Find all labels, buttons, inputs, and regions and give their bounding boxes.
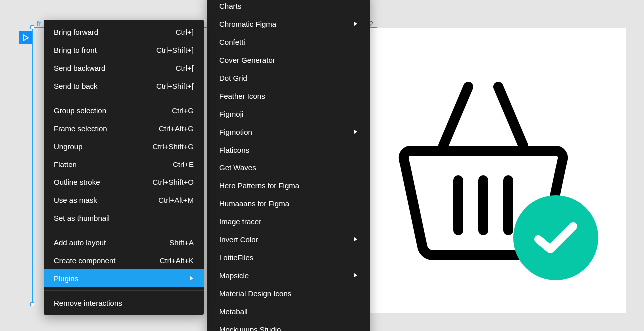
menu-item-create-component[interactable]: Create componentCtrl+Alt+K <box>44 251 204 269</box>
context-menu: Bring forwardCtrl+]Bring to frontCtrl+Sh… <box>44 20 204 315</box>
selection-handle-tl[interactable] <box>30 25 34 29</box>
plugin-item-label: Humaaans for Figma <box>219 199 289 208</box>
plugin-item-label: Hero Patterns for Figma <box>219 181 299 190</box>
plugin-item-label: Invert Color <box>219 235 258 244</box>
menu-item-group-selection[interactable]: Group selectionCtrl+G <box>44 101 204 119</box>
menu-item-label: Bring to front <box>54 46 97 54</box>
menu-item-label: Remove interactions <box>54 299 122 307</box>
artboard-title[interactable]: 2 <box>369 20 373 28</box>
plugin-item-material-icons[interactable]: Material Design Icons <box>207 284 370 302</box>
menu-item-label: Plugins <box>54 274 78 283</box>
menu-item-label: Use as mask <box>54 196 97 204</box>
plugin-item-invert-color[interactable]: Invert Color <box>207 230 370 248</box>
plugins-submenu: ChartsChromatic FigmaConfettiCover Gener… <box>207 0 370 331</box>
menu-item-shortcut: Ctrl+Shift+[ <box>156 82 194 90</box>
menu-item-remove-interactions[interactable]: Remove interactions <box>44 294 204 312</box>
plugin-item-figmotion[interactable]: Figmotion <box>207 123 370 141</box>
plugin-item-charts[interactable]: Charts <box>207 0 370 15</box>
menu-item-ungroup[interactable]: UngroupCtrl+Shift+G <box>44 137 204 155</box>
menu-item-label: Group selection <box>54 106 106 115</box>
menu-separator <box>44 230 204 230</box>
menu-item-shortcut: Ctrl+E <box>173 160 194 168</box>
checkmark-badge-icon <box>513 195 598 280</box>
plugin-item-mapsicle[interactable]: Mapsicle <box>207 266 370 284</box>
plugin-item-label: Figmotion <box>219 128 252 136</box>
menu-item-shortcut: Shift+A <box>169 238 194 247</box>
plugin-item-label: Image tracer <box>219 217 261 226</box>
plugin-item-image-tracer[interactable]: Image tracer <box>207 212 370 230</box>
plugin-item-chromatic-figma[interactable]: Chromatic Figma <box>207 15 370 33</box>
plugin-item-label: Metaball <box>219 307 248 316</box>
plugin-item-label: LottieFiles <box>219 253 253 262</box>
plugin-item-get-waves[interactable]: Get Waves <box>207 159 370 176</box>
menu-item-shortcut: Ctrl+Shift+O <box>152 178 194 186</box>
artboard[interactable] <box>340 28 626 313</box>
plugin-item-feather-icons[interactable]: Feather Icons <box>207 87 370 105</box>
basket-check-icon <box>383 76 583 265</box>
plugin-item-label: Confetti <box>219 38 245 46</box>
menu-item-set-as-thumbnail[interactable]: Set as thumbnail <box>44 209 204 227</box>
plugin-item-metaball[interactable]: Metaball <box>207 302 370 320</box>
menu-item-shortcut: Ctrl+Shift+G <box>152 142 194 151</box>
menu-item-shortcut: Ctrl+G <box>172 106 194 115</box>
menu-item-frame-selection[interactable]: Frame selectionCtrl+Alt+G <box>44 119 204 137</box>
menu-item-send-backward[interactable]: Send backwardCtrl+[ <box>44 59 204 77</box>
menu-item-label: Frame selection <box>54 124 107 133</box>
plugin-item-mockuuups[interactable]: Mockuuups Studio <box>207 320 370 331</box>
menu-item-shortcut: Ctrl+Alt+G <box>159 124 194 133</box>
menu-item-bring-to-front[interactable]: Bring to frontCtrl+Shift+] <box>44 41 204 59</box>
plugin-item-dot-grid[interactable]: Dot Grid <box>207 69 370 87</box>
svg-line-0 <box>443 87 468 146</box>
menu-item-label: Add auto layout <box>54 238 106 247</box>
frame-title[interactable]: fr <box>37 20 41 27</box>
svg-line-1 <box>498 87 523 146</box>
menu-item-plugins[interactable]: Plugins <box>44 269 204 287</box>
plugin-item-label: Cover Generator <box>219 56 275 64</box>
menu-item-label: Send to back <box>54 82 98 90</box>
plugin-item-label: Mapsicle <box>219 271 249 280</box>
menu-item-label: Bring forward <box>54 28 98 36</box>
menu-item-label: Ungroup <box>54 142 83 151</box>
menu-item-label: Outline stroke <box>54 178 100 186</box>
plugin-item-lottiefiles[interactable]: LottieFiles <box>207 248 370 266</box>
plugin-item-humaaans[interactable]: Humaaans for Figma <box>207 194 370 212</box>
chevron-right-icon <box>354 21 358 26</box>
menu-item-send-to-back[interactable]: Send to backCtrl+Shift+[ <box>44 77 204 95</box>
plugin-item-flaticons[interactable]: Flaticons <box>207 141 370 159</box>
plugin-item-label: Charts <box>219 2 241 10</box>
menu-separator <box>44 98 204 98</box>
menu-item-add-auto-layout[interactable]: Add auto layoutShift+A <box>44 233 204 251</box>
plugin-item-confetti[interactable]: Confetti <box>207 33 370 51</box>
menu-item-shortcut: Ctrl+Shift+] <box>156 46 194 54</box>
chevron-right-icon <box>354 237 358 242</box>
menu-separator <box>44 290 204 291</box>
menu-item-outline-stroke[interactable]: Outline strokeCtrl+Shift+O <box>44 173 204 191</box>
menu-item-label: Set as thumbnail <box>54 214 110 222</box>
menu-item-shortcut: Ctrl+Alt+K <box>160 256 194 265</box>
menu-item-shortcut: Ctrl+] <box>176 28 194 36</box>
selection-handle-bl[interactable] <box>30 302 34 306</box>
plugin-item-hero-patterns[interactable]: Hero Patterns for Figma <box>207 176 370 194</box>
plugin-item-figmoji[interactable]: Figmoji <box>207 105 370 123</box>
menu-item-label: Send backward <box>54 64 105 72</box>
plugin-item-cover-generator[interactable]: Cover Generator <box>207 51 370 69</box>
menu-item-flatten[interactable]: FlattenCtrl+E <box>44 155 204 173</box>
chevron-right-icon <box>354 273 358 278</box>
prototype-play-icon[interactable] <box>19 31 32 44</box>
chevron-right-icon <box>190 276 194 281</box>
figma-canvas: fr 2 ChartsChro <box>0 0 644 331</box>
plugin-item-label: Figmoji <box>219 110 243 118</box>
menu-item-use-as-mask[interactable]: Use as maskCtrl+Alt+M <box>44 191 204 209</box>
chevron-right-icon <box>354 129 358 134</box>
plugin-item-label: Material Design Icons <box>219 289 291 298</box>
plugin-item-label: Flaticons <box>219 146 249 154</box>
plugin-item-label: Feather Icons <box>219 92 265 100</box>
menu-item-shortcut: Ctrl+Alt+M <box>158 196 194 204</box>
menu-item-label: Flatten <box>54 160 77 168</box>
plugin-item-label: Dot Grid <box>219 74 247 82</box>
menu-item-bring-forward[interactable]: Bring forwardCtrl+] <box>44 23 204 41</box>
plugin-item-label: Chromatic Figma <box>219 20 276 28</box>
menu-item-shortcut: Ctrl+[ <box>176 64 194 72</box>
menu-item-label: Create component <box>54 256 115 265</box>
plugin-item-label: Mockuuups Studio <box>219 325 281 331</box>
